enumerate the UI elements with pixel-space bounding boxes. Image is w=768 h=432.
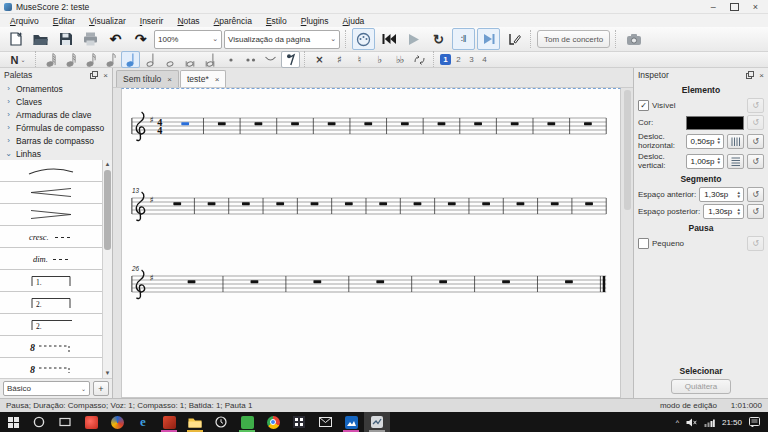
measure-rest[interactable] bbox=[242, 202, 250, 205]
volume-icon[interactable] bbox=[686, 418, 697, 427]
snap-horizontal-button[interactable] bbox=[727, 134, 744, 149]
snap-vertical-button[interactable] bbox=[727, 154, 744, 169]
repeat-playback-button[interactable]: ∶‖ bbox=[452, 28, 475, 50]
menu-ajuda[interactable]: Ajuda bbox=[336, 16, 372, 26]
note-half-button[interactable] bbox=[141, 51, 160, 68]
menu-aparencia[interactable]: Aparência bbox=[207, 16, 259, 26]
reset-trailing-button[interactable]: ↺ bbox=[747, 204, 764, 219]
natural-button[interactable]: ♮ bbox=[350, 51, 369, 68]
score-scrollbar[interactable] bbox=[624, 90, 631, 210]
palette-item-ottava-alta[interactable]: 8 bbox=[0, 336, 102, 358]
zoom-select[interactable]: 100% ⌄ bbox=[154, 30, 222, 49]
palette-tree-barras-de-compasso[interactable]: ›Barras de compasso bbox=[0, 134, 112, 147]
taskbar-chrome[interactable] bbox=[260, 412, 286, 432]
flat-button[interactable]: ♭ bbox=[370, 51, 389, 68]
palette-item-decrescendo-hairpin[interactable] bbox=[0, 204, 102, 226]
palette-preset-select[interactable]: Básico ⌄ bbox=[3, 381, 90, 396]
measure-rest[interactable] bbox=[448, 202, 456, 205]
measure-rest[interactable] bbox=[208, 202, 216, 205]
measure-rest[interactable] bbox=[585, 202, 593, 205]
palette-item-cresc-line[interactable]: cresc. bbox=[0, 226, 102, 248]
taskbar-edge[interactable]: e bbox=[130, 412, 156, 432]
tray-expand-icon[interactable]: ^ bbox=[676, 419, 679, 426]
measure-rest[interactable] bbox=[313, 280, 321, 283]
sharp-button[interactable]: ♯ bbox=[330, 51, 349, 68]
palette-tree-ornamentos[interactable]: ›Ornamentos bbox=[0, 82, 112, 95]
small-checkbox[interactable] bbox=[638, 238, 649, 249]
float-panel-icon[interactable] bbox=[746, 71, 754, 79]
selected-rest[interactable] bbox=[181, 122, 189, 125]
palette-item-dim-line[interactable]: dim. bbox=[0, 248, 102, 270]
palette-tree-claves[interactable]: ›Claves bbox=[0, 95, 112, 108]
measure-rest[interactable] bbox=[547, 122, 555, 125]
menu-editar[interactable]: Editar bbox=[46, 16, 82, 26]
double-flat-button[interactable]: ♭♭ bbox=[390, 51, 409, 68]
maximize-button[interactable] bbox=[730, 3, 739, 11]
close-panel-icon[interactable]: × bbox=[103, 71, 108, 80]
measure-rest[interactable] bbox=[345, 202, 353, 205]
pan-playback-button[interactable] bbox=[477, 28, 500, 50]
note-quarter-button[interactable] bbox=[121, 51, 140, 68]
reset-visible-button[interactable]: ↺ bbox=[747, 98, 764, 113]
menu-notas[interactable]: Notas bbox=[170, 16, 206, 26]
add-palette-button[interactable]: + bbox=[93, 381, 109, 396]
measure-rest[interactable] bbox=[474, 122, 482, 125]
reset-color-button[interactable]: ↺ bbox=[747, 115, 764, 130]
open-file-button[interactable] bbox=[29, 28, 52, 50]
menu-visualizar[interactable]: Visualizar bbox=[82, 16, 133, 26]
measure-rest[interactable] bbox=[565, 280, 573, 283]
taskbar-alarms[interactable] bbox=[208, 412, 234, 432]
search-button[interactable] bbox=[26, 412, 52, 432]
redo-button[interactable]: ↷ bbox=[129, 28, 152, 50]
measure-rest[interactable] bbox=[379, 202, 387, 205]
taskbar-app-1[interactable] bbox=[78, 412, 104, 432]
minimize-button[interactable]: – bbox=[711, 2, 716, 12]
measure-rest[interactable] bbox=[438, 122, 446, 125]
palette-tree-armaduras-de-clave[interactable]: ›Armaduras de clave bbox=[0, 108, 112, 121]
measure-rest[interactable] bbox=[251, 280, 259, 283]
measure-rest[interactable] bbox=[173, 202, 181, 205]
score-system-3[interactable]: ♯26 bbox=[128, 262, 614, 308]
score-page[interactable]: ♯44♯13♯26 bbox=[121, 88, 621, 398]
note-input-button[interactable]: N ⌄ bbox=[5, 51, 31, 68]
clock-time[interactable]: 21:50 bbox=[722, 418, 742, 427]
menu-plugins[interactable]: Plugins bbox=[294, 16, 336, 26]
taskbar-app-5[interactable] bbox=[286, 412, 312, 432]
flip-direction-button[interactable] bbox=[410, 51, 429, 68]
tab-close-icon[interactable]: × bbox=[215, 75, 220, 84]
measure-rest[interactable] bbox=[584, 122, 592, 125]
note-breve-button[interactable] bbox=[181, 51, 200, 68]
snapshot-button[interactable] bbox=[622, 28, 645, 50]
palette-item-slur[interactable] bbox=[0, 160, 102, 182]
notification-icon[interactable] bbox=[749, 417, 760, 427]
float-panel-icon[interactable] bbox=[90, 71, 98, 79]
measure-rest[interactable] bbox=[328, 122, 336, 125]
measure-rest[interactable] bbox=[376, 280, 384, 283]
measure-rest[interactable] bbox=[291, 122, 299, 125]
close-panel-icon[interactable]: × bbox=[759, 71, 764, 80]
color-swatch[interactable] bbox=[686, 116, 744, 130]
measure-rest[interactable] bbox=[364, 122, 372, 125]
view-mode-select[interactable]: Visualização da página ⌄ bbox=[224, 30, 340, 49]
tuplet-button[interactable]: Quiáltera bbox=[671, 379, 731, 394]
reset-h-offset-button[interactable]: ↺ bbox=[747, 134, 764, 149]
note-64th-button[interactable] bbox=[41, 51, 60, 68]
double-sharp-button[interactable]: × bbox=[310, 51, 329, 68]
concert-pitch-button[interactable]: Tom de concerto bbox=[537, 30, 610, 48]
voice-1-button[interactable]: 1 bbox=[440, 54, 451, 65]
note-32nd-button[interactable] bbox=[61, 51, 80, 68]
measure-rest[interactable] bbox=[511, 122, 519, 125]
taskbar-mail[interactable] bbox=[312, 412, 338, 432]
taskbar-app-2[interactable] bbox=[104, 412, 130, 432]
trailing-space-spinbox[interactable]: 1,30sp ▲▼ bbox=[703, 204, 744, 219]
menu-estilo[interactable]: Estilo bbox=[259, 16, 294, 26]
note-longa-button[interactable] bbox=[201, 51, 220, 68]
start-button[interactable] bbox=[0, 412, 26, 432]
tab-teste[interactable]: teste* × bbox=[180, 70, 226, 87]
close-button[interactable]: × bbox=[753, 2, 758, 12]
task-view-button[interactable] bbox=[52, 412, 78, 432]
v-offset-spinbox[interactable]: 1,00sp ▲▼ bbox=[686, 154, 725, 169]
taskbar-explorer[interactable] bbox=[182, 412, 208, 432]
new-score-button[interactable] bbox=[4, 28, 27, 50]
voice-4-button[interactable]: 4 bbox=[479, 54, 490, 65]
